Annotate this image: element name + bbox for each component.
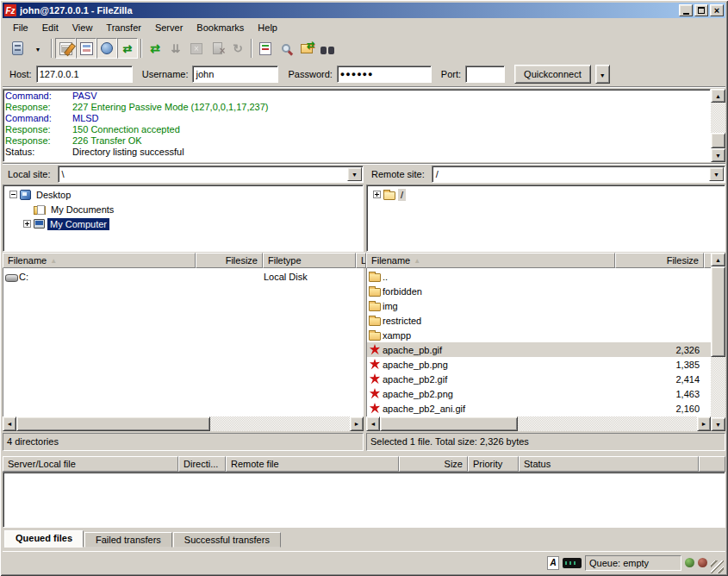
column-header[interactable]: Priority [468, 456, 519, 472]
tree-expander[interactable] [23, 220, 31, 228]
tree-item-label[interactable]: My Computer [47, 218, 109, 230]
menu-item[interactable]: Edit [35, 20, 65, 35]
menu-item[interactable]: Server [148, 20, 190, 35]
status-bar: A Queue: empty [3, 551, 725, 573]
refresh-button[interactable] [145, 38, 165, 59]
disconnect-button[interactable] [207, 38, 227, 59]
log-line: Command:MLSD [5, 113, 708, 124]
file-row[interactable]: restricted [367, 313, 711, 328]
remote-site-combobox[interactable]: / ▼ [432, 166, 725, 183]
tree-item-label[interactable]: Desktop [34, 189, 73, 201]
menu-item[interactable]: File [6, 20, 35, 35]
file-row[interactable]: img [367, 298, 711, 313]
menu-item[interactable]: View [65, 20, 100, 35]
tab-failed-transfers[interactable]: Failed transfers [84, 532, 172, 548]
minimize-button[interactable] [679, 4, 693, 16]
tree-expander[interactable] [9, 191, 17, 198]
port-input[interactable] [465, 66, 505, 83]
column-header[interactable]: Size [399, 456, 468, 472]
chevron-down-icon[interactable]: ▼ [347, 167, 362, 181]
column-header[interactable]: Remote file [226, 456, 399, 472]
file-row[interactable]: apache_pb2_ani.gif 2,160 [367, 401, 711, 416]
file-row[interactable]: apache_pb2.png 1,463 [367, 386, 711, 401]
local-site-combobox[interactable]: \ ▼ [58, 166, 364, 183]
toolbar-icon [150, 41, 160, 55]
toggle-queue-button[interactable] [117, 38, 138, 59]
local-tree: Desktop My Documents My Computer [3, 185, 364, 252]
scroll-left-icon[interactable]: ◄ [3, 416, 16, 431]
remote-hscrollbar[interactable]: ◄ ► [366, 416, 711, 431]
column-header[interactable]: Filename▲ [3, 253, 196, 268]
quickconnect-dropdown[interactable]: ▼ [595, 65, 610, 84]
file-row[interactable]: forbidden [367, 284, 711, 298]
scroll-left-icon[interactable]: ◄ [366, 416, 380, 431]
file-row[interactable]: xampp [367, 328, 711, 342]
find-files-button[interactable] [317, 38, 338, 59]
filesize-cell: 2,160 [616, 404, 705, 414]
column-header[interactable]: L [356, 253, 366, 268]
column-header[interactable]: Server/Local file [3, 456, 178, 472]
file-icon [369, 332, 381, 341]
directory-comparison-button[interactable] [276, 38, 296, 59]
scroll-up-icon[interactable]: ▲ [711, 89, 725, 103]
file-row[interactable]: apache_pb.gif 2,326 [367, 342, 711, 357]
menu-item[interactable]: Help [251, 20, 284, 35]
title-bar[interactable]: Fz john@127.0.0.1 - FileZilla [3, 3, 725, 18]
tree-item[interactable]: My Computer [4, 216, 362, 231]
scroll-right-icon[interactable]: ► [697, 416, 711, 431]
column-header[interactable]: Filename▲ [366, 253, 615, 268]
transfer-type-ascii-icon[interactable]: A [547, 556, 559, 570]
remote-tree: / [366, 185, 725, 252]
column-header[interactable]: Status [519, 456, 699, 472]
toggle-message-log-button[interactable] [55, 38, 76, 59]
tree-item[interactable]: / [368, 187, 724, 202]
scroll-up-icon[interactable]: ▲ [711, 253, 725, 266]
column-header[interactable]: Directi... [178, 456, 226, 472]
file-row[interactable]: C: Local Disk [3, 269, 364, 284]
host-input[interactable] [36, 66, 133, 83]
column-header[interactable]: Filesize [196, 253, 263, 268]
password-input[interactable] [337, 66, 432, 83]
reconnect-button[interactable] [227, 38, 248, 59]
tab-successful-transfers[interactable]: Successful transfers [173, 532, 281, 548]
speed-limit-icon[interactable] [563, 558, 582, 568]
quickconnect-button[interactable]: Quickconnect [514, 65, 591, 84]
file-row[interactable]: apache_pb.png 1,385 [367, 357, 711, 372]
log-scrollbar[interactable]: ▲ ▼ [711, 89, 725, 162]
tree-item[interactable]: My Documents [4, 202, 362, 216]
scrollbar-thumb[interactable] [380, 416, 518, 431]
tab-queued-files[interactable]: Queued files [4, 530, 84, 548]
column-header[interactable]: Filesize [615, 253, 704, 268]
username-input[interactable] [192, 66, 278, 83]
maximize-button[interactable] [694, 4, 708, 16]
site-manager-button[interactable] [7, 38, 28, 59]
scrollbar-thumb[interactable] [16, 416, 210, 431]
menu-item[interactable]: Transfer [99, 20, 148, 35]
remote-vscrollbar[interactable]: ▲ ▼ [711, 253, 725, 431]
file-row[interactable]: .. [367, 269, 711, 284]
toolbar-icon [123, 42, 133, 55]
column-header[interactable]: Filetype [263, 253, 356, 268]
chevron-down-icon[interactable]: ▼ [709, 167, 724, 181]
filter-button[interactable] [255, 38, 276, 59]
tree-expander[interactable] [373, 191, 381, 198]
close-button[interactable] [710, 4, 724, 16]
synchronized-browsing-button[interactable] [296, 38, 317, 59]
tree-item-label[interactable]: / [398, 189, 406, 201]
resize-grip[interactable] [711, 560, 724, 573]
site-manager-dropdown[interactable] [28, 38, 48, 59]
tree-item[interactable]: Desktop [4, 187, 362, 202]
scrollbar-thumb[interactable] [711, 266, 725, 357]
menu-item[interactable]: Bookmarks [190, 20, 251, 35]
process-queue-button[interactable] [165, 38, 186, 59]
scroll-down-icon[interactable]: ▼ [711, 417, 725, 431]
scrollbar-thumb[interactable] [711, 133, 725, 148]
toggle-local-tree-button[interactable] [76, 38, 96, 59]
toggle-remote-tree-button[interactable] [96, 38, 117, 59]
scroll-down-icon[interactable]: ▼ [711, 148, 725, 162]
local-hscrollbar[interactable]: ◄ ► [3, 416, 364, 431]
cancel-button[interactable] [186, 38, 207, 59]
scroll-right-icon[interactable]: ► [350, 416, 364, 431]
tree-item-label[interactable]: My Documents [48, 203, 116, 216]
file-row[interactable]: apache_pb2.gif 2,414 [367, 372, 711, 386]
